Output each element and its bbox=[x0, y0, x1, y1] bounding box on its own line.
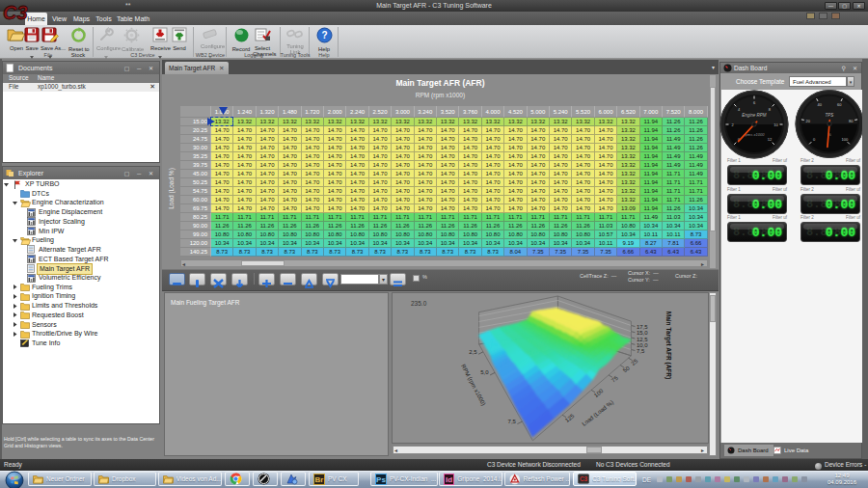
svg-text:TPS: TPS bbox=[826, 113, 834, 118]
svg-text:60: 60 bbox=[837, 102, 842, 107]
svg-text:12: 12 bbox=[768, 137, 773, 142]
svg-text:100: 100 bbox=[842, 137, 849, 142]
svg-text:80: 80 bbox=[849, 119, 854, 123]
svg-text:C3: C3 bbox=[580, 475, 588, 482]
svg-text:10: 10 bbox=[773, 122, 778, 127]
svg-text:40: 40 bbox=[818, 102, 823, 107]
svg-text:20: 20 bbox=[806, 119, 811, 123]
svg-text:C3: C3 bbox=[3, 2, 28, 23]
svg-text:Engine RPM: Engine RPM bbox=[742, 113, 767, 118]
svg-text:?: ? bbox=[321, 30, 327, 41]
